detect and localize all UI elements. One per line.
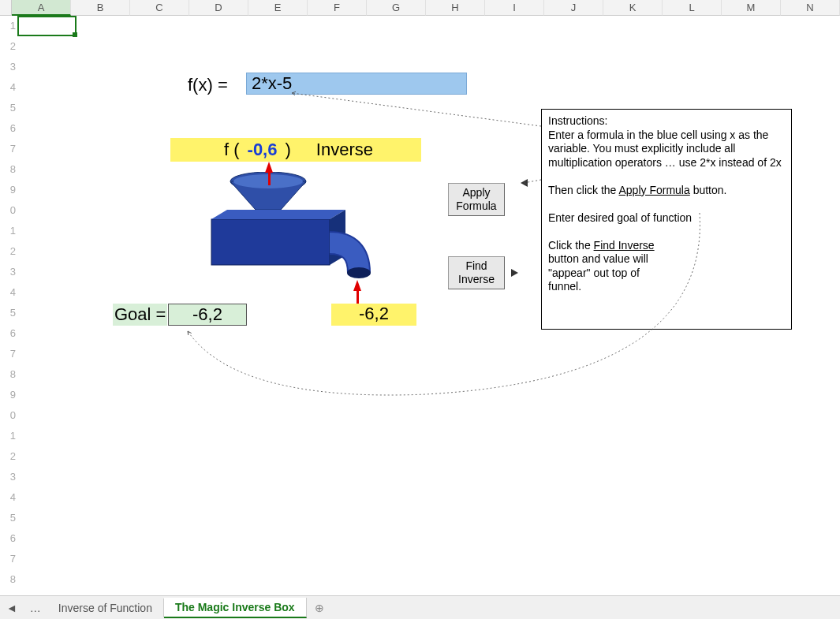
selected-cell-A1 [17,16,77,36]
row-header[interactable]: 0 [0,200,17,221]
row-header[interactable]: 4 [0,77,17,98]
col-header-H[interactable]: H [426,0,485,16]
formula-input-cell[interactable]: 2*x-5 [246,73,467,95]
instructions-p3: Enter desired goal of function [548,211,692,224]
col-header-B[interactable]: B [71,0,130,16]
tab-nav-more-icon[interactable]: … [24,602,47,614]
row-header[interactable]: 1 [0,221,17,241]
col-header-E[interactable]: E [248,0,308,16]
goal-input-cell[interactable]: -6,2 [168,304,247,326]
svg-rect-3 [211,219,330,265]
row-header[interactable]: 7 [0,344,17,364]
instructions-p2b: button. [690,184,727,196]
f-close: ) [285,140,301,160]
inverse-label: Inverse [302,140,373,160]
col-header-L[interactable]: L [663,0,722,16]
f-input-value: -0,6 [240,140,286,160]
arrow-up-icon [265,162,273,173]
row-header[interactable]: 2 [0,446,17,467]
tab-inverse-of-function[interactable]: Inverse of Function [47,598,164,617]
row-header[interactable]: 3 [0,262,17,282]
apply-formula-underline: Apply Formula [619,184,690,196]
instructions-p1: Enter a formula in the blue cell using x… [548,129,782,169]
row-header[interactable]: 8 [0,159,17,180]
row-header[interactable]: 8 [0,364,17,385]
arrow-up-icon [353,280,361,291]
row-header[interactable]: 5 [0,303,17,323]
instructions-p4a: Click the [548,239,594,252]
row-header[interactable]: 5 [0,508,17,528]
apply-formula-button[interactable]: Apply Formula [448,183,505,216]
col-header-G[interactable]: G [367,0,426,16]
column-headers: A B C D E F G H I J K L M N [0,0,840,16]
row-headers: 12345678901234567890123456789 [0,16,17,595]
tab-magic-inverse-box[interactable]: The Magic Inverse Box [164,598,307,618]
col-header-K[interactable]: K [603,0,663,16]
add-sheet-button[interactable]: ⊕ [307,602,332,614]
fx-label: f(x) = [188,75,228,95]
select-all-corner[interactable] [0,0,12,16]
find-inverse-underline: Find Inverse [594,239,655,252]
output-value-cell: -6,2 [331,304,416,326]
col-header-I[interactable]: I [485,0,544,16]
instructions-box: Instructions: Enter a formula in the blu… [541,109,792,330]
col-header-A[interactable]: A [12,0,71,16]
row-header[interactable]: 2 [0,36,17,57]
tab-nav-prev-icon[interactable]: ◄ [0,602,24,614]
row-header[interactable]: 4 [0,487,17,508]
row-header[interactable]: 6 [0,118,17,139]
col-header-M[interactable]: M [722,0,781,16]
row-header[interactable]: 1 [0,426,17,446]
row-header[interactable]: 4 [0,282,17,303]
row-header[interactable]: 5 [0,98,17,118]
svg-point-6 [347,267,371,278]
row-header[interactable]: 6 [0,528,17,549]
col-header-J[interactable]: J [544,0,603,16]
row-header[interactable]: 3 [0,57,17,77]
row-header[interactable]: 7 [0,549,17,569]
col-header-D[interactable]: D [189,0,248,16]
row-header[interactable]: 8 [0,569,17,590]
row-header[interactable]: 9 [0,180,17,200]
row-header[interactable]: 0 [0,405,17,426]
instructions-p2a: Then click the [548,184,619,196]
svg-marker-4 [211,210,345,219]
function-display-bar: f ( -0,6 ) Inverse [170,138,421,162]
arrow-right-icon [511,269,518,277]
find-inverse-button[interactable]: Find Inverse [448,256,505,289]
f-open: f ( [170,140,240,160]
sheet-tabs-bar: ◄ … Inverse of Function The Magic Invers… [0,595,840,619]
col-header-F[interactable]: F [308,0,367,16]
row-header[interactable]: 7 [0,139,17,159]
instructions-p5: button and value will "appear" out top o… [548,252,666,294]
worksheet-grid[interactable]: 12345678901234567890123456789 f(x) = 2*x… [0,16,840,595]
funnel-machine-icon [205,172,386,298]
row-header[interactable]: 2 [0,241,17,262]
col-header-N[interactable]: N [781,0,840,16]
col-header-C[interactable]: C [130,0,189,16]
row-header[interactable]: 1 [0,16,17,36]
goal-label: Goal = [113,304,167,326]
instructions-title: Instructions: [548,114,607,127]
row-header[interactable]: 3 [0,467,17,487]
arrow-left-icon [521,179,528,187]
row-header[interactable]: 6 [0,323,17,344]
row-header[interactable]: 9 [0,385,17,405]
